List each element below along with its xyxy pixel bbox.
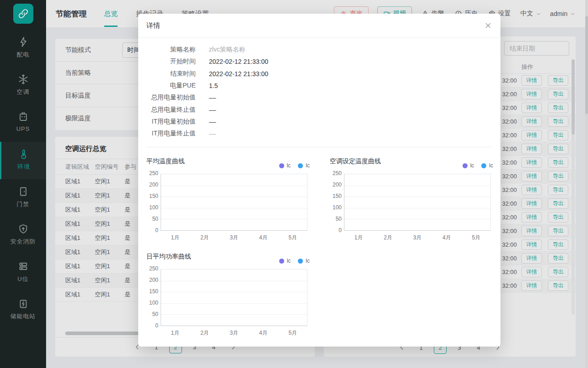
chart-plot-area (344, 174, 491, 231)
detail-field-row: 策略名称zlvc策略名称 (146, 44, 268, 56)
field-label: IT用电量初始值 (146, 118, 196, 126)
y-axis-tick-label: 200 (330, 181, 342, 188)
chart-plot-area (161, 269, 307, 326)
gridline (161, 314, 307, 315)
field-value: 2022-02-12 21:33:00 (209, 58, 268, 65)
legend-label: lc (306, 162, 310, 169)
chart-ac-set-temperature: 空调设定温度曲线lclc0501001502002501月2月3月4月5月 (330, 157, 493, 247)
y-axis-tick-label: 0 (330, 227, 342, 233)
legend-item[interactable]: lc (279, 258, 291, 264)
x-axis-tick-label: 4月 (432, 234, 461, 242)
y-axis-tick-label: 150 (330, 193, 342, 199)
field-value: –– (209, 106, 216, 114)
field-value: –– (209, 94, 216, 101)
modal-header: 详情 (138, 14, 500, 38)
modal-fields: 策略名称zlvc策略名称开始时间2022-02-12 21:33:00结束时间2… (146, 44, 268, 140)
gridline (161, 208, 307, 208)
legend-label: lc (306, 258, 310, 264)
gridline (161, 219, 307, 219)
x-axis-tick-label: 3月 (219, 329, 249, 337)
field-value: 2022-02-12 21:33:00 (209, 70, 268, 78)
x-axis-tick-label: 1月 (344, 234, 373, 242)
legend-item[interactable]: lc (463, 162, 474, 169)
y-axis-tick-label: 50 (146, 311, 158, 317)
chart-legend: lclc (279, 162, 310, 169)
x-axis-tick-label: 3月 (219, 234, 249, 242)
legend-dot (279, 163, 284, 168)
y-axis-tick-label: 100 (146, 300, 158, 306)
y-axis-tick-label: 250 (146, 170, 158, 176)
y-axis-tick-label: 50 (146, 216, 158, 222)
x-axis-tick-label: 2月 (374, 234, 403, 242)
legend-label: lc (287, 162, 291, 169)
modal-title: 详情 (146, 21, 160, 30)
gridline (161, 197, 307, 197)
x-axis-tick-label: 2月 (190, 234, 219, 242)
detail-field-row: 总用电量终止值–– (146, 104, 268, 115)
x-axis-tick-label: 3月 (403, 234, 432, 242)
chart-average-temperature: 平均温度曲线lclc0501001502002501月2月3月4月5月 (146, 157, 310, 247)
y-axis-tick-label: 100 (146, 204, 158, 211)
chart-title: 日平均功率曲线 (146, 253, 191, 261)
legend-item[interactable]: lc (481, 162, 493, 169)
detail-field-row: IT用电量初始值–– (146, 116, 268, 128)
y-axis-tick-label: 200 (146, 181, 158, 188)
chart-legend: lclc (279, 258, 310, 264)
field-value: zlvc策略名称 (209, 46, 245, 54)
gridline (161, 292, 307, 292)
detail-field-row: IT用电量终止值–– (146, 128, 268, 140)
field-label: IT用电量终止值 (146, 130, 196, 138)
detail-modal: 详情 策略名称zlvc策略名称开始时间2022-02-12 21:33:00结束… (138, 14, 500, 347)
y-axis-tick-label: 250 (146, 265, 158, 272)
x-axis-tick-label: 4月 (249, 329, 278, 337)
gridline (344, 186, 490, 186)
legend-dot (481, 163, 486, 168)
y-axis-tick-label: 250 (330, 170, 342, 176)
y-axis-tick-label: 0 (146, 227, 158, 233)
close-icon (484, 21, 492, 30)
legend-item[interactable]: lc (298, 162, 310, 169)
legend-item[interactable]: lc (298, 258, 310, 264)
y-axis-tick-label: 0 (146, 322, 158, 329)
gridline (161, 303, 307, 304)
legend-item[interactable]: lc (279, 162, 291, 169)
field-value: –– (209, 118, 216, 125)
legend-dot (298, 259, 303, 264)
y-axis-tick-label: 200 (146, 277, 158, 283)
x-axis-tick-label: 1月 (161, 329, 190, 337)
x-axis-tick-label: 1月 (161, 234, 190, 242)
detail-field-row: 开始时间2022-02-12 21:33:00 (146, 56, 268, 67)
field-label: 电量PUE (146, 82, 196, 90)
legend-dot (463, 163, 468, 168)
gridline (344, 197, 490, 197)
detail-field-row: 结束时间2022-02-12 21:33:00 (146, 68, 268, 80)
legend-label: lc (287, 258, 291, 264)
field-label: 总用电量终止值 (146, 106, 196, 114)
chart-daily-average-power: 日平均功率曲线lclc0501001502002501月2月3月4月5月 (146, 253, 310, 342)
detail-field-row: 电量PUE1.5 (146, 80, 268, 92)
x-axis-tick-label: 4月 (249, 234, 278, 242)
gridline (344, 208, 490, 208)
field-value: 1.5 (209, 82, 218, 89)
divider (146, 147, 492, 147)
x-axis-tick-label: 5月 (278, 234, 307, 242)
chart-title: 平均温度曲线 (146, 157, 185, 166)
x-axis-tick-label: 5月 (278, 329, 307, 337)
legend-dot (298, 163, 303, 168)
x-axis-tick-label: 2月 (190, 329, 219, 337)
gridline (161, 186, 307, 186)
field-value: –– (209, 130, 216, 137)
close-button[interactable] (484, 21, 492, 30)
y-axis-tick-label: 150 (146, 193, 158, 199)
field-label: 总用电量初始值 (146, 93, 196, 102)
legend-label: lc (470, 162, 474, 169)
app-root: 配电空调UPS环境门禁安全消防U位储能电站 节能管理 总览操作记录策略设置 声光… (0, 0, 588, 368)
legend-label: lc (489, 162, 493, 169)
gridline (344, 219, 490, 219)
field-label: 开始时间 (146, 57, 196, 66)
y-axis-tick-label: 50 (330, 216, 342, 222)
y-axis-tick-label: 150 (146, 288, 158, 295)
field-label: 结束时间 (146, 70, 196, 78)
legend-dot (279, 259, 284, 264)
detail-field-row: 总用电量初始值–– (146, 92, 268, 104)
